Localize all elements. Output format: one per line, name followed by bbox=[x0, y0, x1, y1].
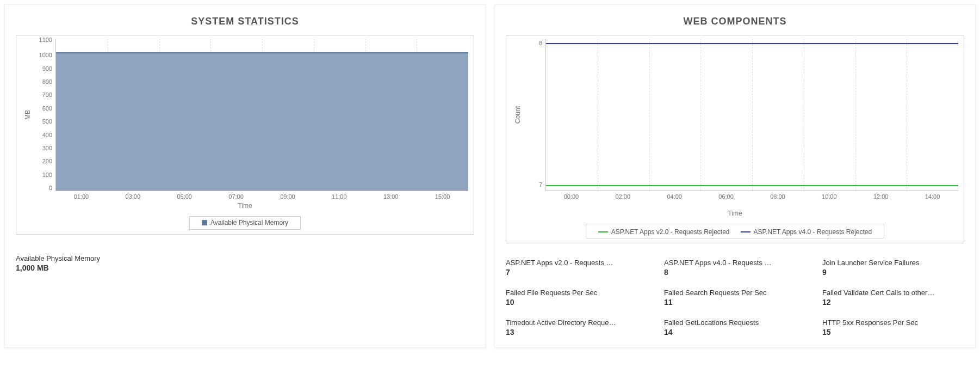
y-tick: 300 bbox=[34, 145, 52, 151]
metric-value: 14 bbox=[664, 328, 806, 336]
legend-swatch-icon bbox=[741, 231, 750, 232]
plot-area bbox=[545, 39, 958, 191]
x-tick: 07:00 bbox=[210, 193, 262, 201]
x-tick: 06:00 bbox=[700, 193, 752, 209]
system-statistics-panel: SYSTEM STATISTICS MB 1100 1000 900 800 7… bbox=[4, 4, 486, 348]
metric-block: Failed Search Requests Per Sec 11 bbox=[664, 289, 806, 307]
y-tick: 200 bbox=[34, 158, 52, 164]
metric-value: 10 bbox=[506, 298, 648, 307]
y-tick: 1100 bbox=[34, 36, 52, 43]
metric-label: Timedout Active Directory Reque… bbox=[506, 318, 648, 327]
x-tick: 05:00 bbox=[159, 193, 210, 201]
x-tick: 03:00 bbox=[107, 193, 159, 201]
area-series-available-memory bbox=[56, 52, 468, 191]
metric-label: Join Launcher Service Failures bbox=[822, 259, 964, 267]
metric-value: 7 bbox=[506, 268, 648, 277]
legend-label: ASP.NET Apps v4.0 - Requests Rejected bbox=[754, 228, 872, 236]
chart-legend: Available Physical Memory bbox=[189, 216, 301, 230]
web-components-chart: Count 8 7 Count 00:00 bbox=[506, 35, 964, 243]
metric-label: ASP.NET Apps v4.0 - Requests … bbox=[664, 259, 806, 267]
metrics-grid: ASP.NET Apps v2.0 - Requests … 7 ASP.NET… bbox=[506, 259, 964, 336]
x-axis: 01:00 03:00 05:00 07:00 09:00 11:00 13:0… bbox=[55, 191, 468, 201]
metric-value: 12 bbox=[822, 298, 964, 307]
metric-block: ASP.NET Apps v4.0 - Requests … 8 bbox=[664, 259, 806, 277]
stat-label: Available Physical Memory bbox=[16, 254, 474, 262]
line-series-aspnet-v2 bbox=[546, 185, 958, 186]
x-tick: 04:00 bbox=[649, 193, 700, 209]
y-tick: 500 bbox=[34, 118, 52, 125]
y-tick: 0 bbox=[34, 185, 52, 191]
y-tick: 600 bbox=[34, 105, 52, 112]
y-axis-label: Count bbox=[512, 39, 524, 191]
metric-label: Failed GetLocations Requests bbox=[664, 318, 806, 327]
metric-label: Failed Search Requests Per Sec bbox=[664, 289, 806, 297]
metric-label: Failed Validate Cert Calls to other… bbox=[822, 289, 964, 297]
plot-area bbox=[55, 39, 468, 191]
line-series-aspnet-v4 bbox=[546, 43, 958, 44]
metric-value: 11 bbox=[664, 298, 806, 307]
metric-value: 9 bbox=[822, 268, 964, 277]
metric-block: Join Launcher Service Failures 9 bbox=[822, 259, 964, 277]
y-tick: 800 bbox=[34, 78, 52, 85]
y-tick: 100 bbox=[34, 171, 52, 178]
y-axis: 1100 1000 900 800 700 600 500 400 300 20… bbox=[34, 39, 55, 191]
metric-label: Failed File Requests Per Sec bbox=[506, 289, 648, 297]
system-stats-chart: MB 1100 1000 900 800 700 600 500 400 300… bbox=[16, 35, 474, 235]
web-components-panel: WEB COMPONENTS Count 8 7 Count bbox=[494, 4, 976, 348]
y-tick: 7 bbox=[524, 181, 542, 188]
y-tick: 400 bbox=[34, 132, 52, 138]
stat-value: 1,000 MB bbox=[16, 264, 474, 272]
metric-block: Failed Validate Cert Calls to other… 12 bbox=[822, 289, 964, 307]
metric-value: 8 bbox=[664, 268, 806, 277]
x-axis: 00:00 02:00 04:00 06:00 08:00 10:00 12:0… bbox=[545, 191, 958, 209]
panel-title: WEB COMPONENTS bbox=[506, 16, 964, 27]
metric-block: Failed File Requests Per Sec 10 bbox=[506, 289, 648, 307]
x-tick: 00:00 bbox=[545, 193, 597, 209]
y-tick: 700 bbox=[34, 91, 52, 98]
legend-item[interactable]: ASP.NET Apps v2.0 - Requests Rejected bbox=[598, 228, 730, 236]
metric-block: Timedout Active Directory Reque… 13 bbox=[506, 318, 648, 336]
metric-value: 15 bbox=[822, 328, 964, 336]
legend-swatch-icon bbox=[202, 220, 207, 225]
stat-block: Available Physical Memory 1,000 MB bbox=[16, 254, 474, 272]
x-tick: 02:00 bbox=[597, 193, 649, 209]
legend-swatch-icon bbox=[598, 231, 608, 232]
x-tick: 15:00 bbox=[417, 193, 468, 201]
x-axis-label: Time bbox=[512, 209, 958, 217]
legend-label: ASP.NET Apps v2.0 - Requests Rejected bbox=[611, 228, 730, 236]
x-tick: 01:00 bbox=[55, 193, 107, 201]
y-axis: 8 7 bbox=[524, 39, 545, 191]
metric-block: ASP.NET Apps v2.0 - Requests … 7 bbox=[506, 259, 648, 277]
x-tick: 14:00 bbox=[907, 193, 958, 209]
metric-label: HTTP 5xx Responses Per Sec bbox=[822, 318, 964, 327]
x-tick: 10:00 bbox=[803, 193, 855, 209]
legend-item[interactable]: Available Physical Memory bbox=[202, 219, 288, 226]
y-axis-label: MB bbox=[22, 39, 34, 191]
chart-legend: ASP.NET Apps v2.0 - Requests Rejected AS… bbox=[586, 224, 884, 238]
x-tick: 09:00 bbox=[262, 193, 314, 201]
metric-block: HTTP 5xx Responses Per Sec 15 bbox=[822, 318, 964, 336]
metric-block: Failed GetLocations Requests 14 bbox=[664, 318, 806, 336]
y-tick: 8 bbox=[524, 40, 542, 46]
x-tick: 11:00 bbox=[313, 193, 365, 201]
panel-title: SYSTEM STATISTICS bbox=[16, 16, 474, 27]
legend-label: Available Physical Memory bbox=[210, 219, 288, 226]
metric-label: ASP.NET Apps v2.0 - Requests … bbox=[506, 259, 648, 267]
x-tick: 13:00 bbox=[365, 193, 417, 201]
y-tick: 900 bbox=[34, 65, 52, 72]
y-tick: 1000 bbox=[34, 52, 52, 58]
x-tick: 12:00 bbox=[855, 193, 907, 209]
legend-item[interactable]: ASP.NET Apps v4.0 - Requests Rejected bbox=[741, 228, 872, 236]
x-axis-label: Time bbox=[22, 201, 468, 210]
metric-value: 13 bbox=[506, 328, 648, 336]
x-tick: 08:00 bbox=[752, 193, 804, 209]
